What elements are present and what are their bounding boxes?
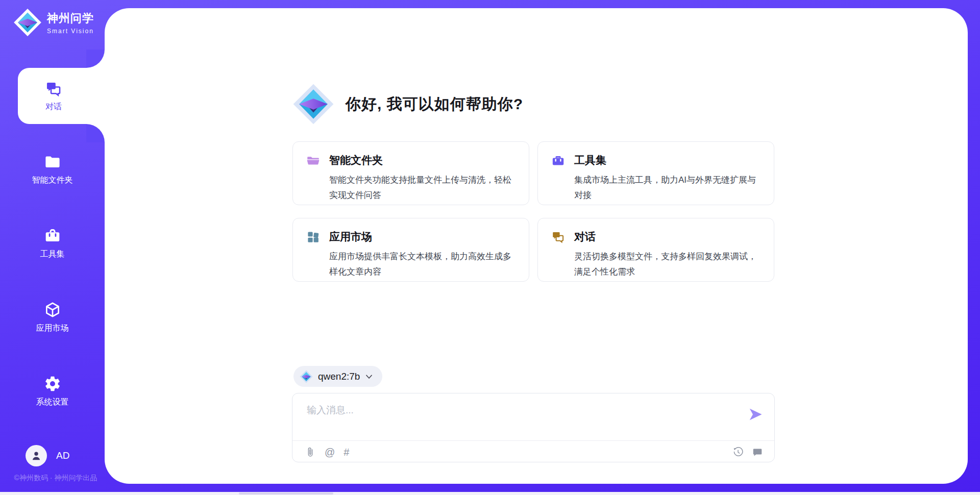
model-selector[interactable]: qwen2:7b (293, 366, 382, 387)
card-desc: 灵活切换多模型文件，支持多样回复效果调试，满足个性化需求 (574, 249, 761, 280)
sidebar-item-chat[interactable]: 对话 (18, 68, 105, 124)
card-app-market[interactable]: 应用市场 应用市场提供丰富长文本模板，助力高效生成多样化文章内容 (292, 218, 529, 282)
cube-icon (44, 301, 61, 318)
user-row: AD (26, 445, 69, 466)
card-head: 智能文件夹 (306, 153, 516, 167)
chat-icon (45, 80, 62, 97)
gear-icon (44, 375, 61, 392)
card-toolset[interactable]: 工具集 集成市场上主流工具，助力AI与外界无缝扩展与对接 (537, 141, 774, 205)
sidebar-item-settings[interactable]: 系统设置 (0, 375, 105, 408)
card-head: 应用市场 (306, 230, 516, 244)
history-icon[interactable] (732, 447, 744, 458)
tab-fillet-bottom (86, 124, 105, 142)
card-desc: 智能文件夹功能支持批量文件上传与清洗，轻松实现文件问答 (329, 172, 516, 203)
composer-tools-right (732, 447, 763, 458)
brand-title: 神州问学 (47, 11, 94, 26)
chat-icon (551, 230, 565, 244)
greeting-text: 你好, 我可以如何帮助你? (346, 94, 523, 115)
tab-fillet-top (86, 50, 105, 68)
comment-icon[interactable] (752, 447, 763, 458)
sidebar-item-app-market[interactable]: 应用市场 (0, 301, 105, 334)
sidebar-item-toolset[interactable]: 工具集 (0, 227, 105, 260)
sidebar-item-label: 系统设置 (36, 397, 69, 408)
app-root: 你好, 我可以如何帮助你? 智能文件夹 智能文件夹功能支持批量文件上传与清洗，轻… (0, 0, 980, 495)
chevron-down-icon (365, 373, 373, 381)
composer: @ # (292, 393, 775, 462)
sidebar-logo-icon (13, 8, 42, 37)
greeting-row: 你好, 我可以如何帮助你? (292, 83, 523, 125)
card-title: 工具集 (574, 153, 606, 167)
card-title: 智能文件夹 (329, 153, 383, 167)
avatar[interactable] (26, 445, 47, 466)
person-icon (30, 449, 43, 462)
horizontal-scrollbar[interactable] (0, 492, 980, 495)
hash-icon[interactable]: # (344, 447, 349, 458)
model-diamond-icon (300, 370, 313, 383)
brand-subtitle: Smart Vision (47, 28, 94, 35)
sidebar-item-label: 工具集 (40, 249, 65, 260)
card-desc: 集成市场上主流工具，助力AI与外界无缝扩展与对接 (574, 172, 761, 203)
briefcase-icon (551, 154, 565, 167)
briefcase-icon (44, 227, 61, 244)
main-content-panel: 你好, 我可以如何帮助你? 智能文件夹 智能文件夹功能支持批量文件上传与清洗，轻… (105, 8, 968, 484)
scrollbar-thumb[interactable] (239, 492, 333, 494)
at-icon[interactable]: @ (325, 447, 335, 458)
sidebar-item-label: 应用市场 (36, 323, 69, 334)
sidebar-item-smart-folder[interactable]: 智能文件夹 (0, 153, 105, 186)
card-title: 应用市场 (329, 230, 372, 244)
card-head: 对话 (551, 230, 761, 244)
brand: 神州问学 Smart Vision (13, 8, 94, 37)
message-input[interactable] (292, 393, 774, 440)
brand-diamond-icon (292, 83, 334, 125)
user-name: AD (56, 450, 69, 461)
model-name: qwen2:7b (318, 371, 360, 382)
sidebar-item-label: 对话 (45, 102, 62, 112)
send-icon[interactable] (748, 407, 763, 422)
open-folder-icon (306, 154, 320, 167)
card-title: 对话 (574, 230, 596, 244)
card-desc: 应用市场提供丰富长文本模板，助力高效生成多样化文章内容 (329, 249, 516, 280)
composer-tools-left: @ # (305, 447, 349, 458)
apps-grid-icon (306, 230, 320, 244)
card-chat[interactable]: 对话 灵活切换多模型文件，支持多样回复效果调试，满足个性化需求 (537, 218, 774, 282)
card-head: 工具集 (551, 153, 761, 167)
card-smart-folder[interactable]: 智能文件夹 智能文件夹功能支持批量文件上传与清洗，轻松实现文件问答 (292, 141, 529, 205)
attach-icon[interactable] (305, 447, 316, 458)
composer-divider (292, 440, 774, 441)
folder-icon (44, 153, 61, 170)
sidebar: 神州问学 Smart Vision 对话 智能文件夹 (0, 0, 105, 495)
copyright: ©神州数码 · 神州问学出品 (7, 474, 104, 483)
sidebar-item-label: 智能文件夹 (32, 175, 73, 186)
